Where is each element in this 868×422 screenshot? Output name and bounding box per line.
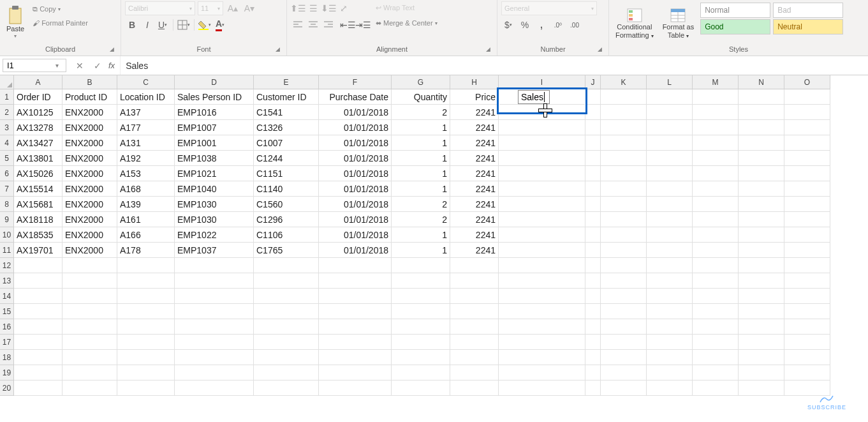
cell[interactable] <box>392 289 450 304</box>
cell[interactable] <box>647 304 693 319</box>
cell[interactable] <box>499 227 585 243</box>
row-header-16[interactable]: 16 <box>0 319 14 335</box>
cell[interactable] <box>647 181 693 197</box>
cell[interactable] <box>693 181 739 197</box>
cell[interactable] <box>63 365 117 381</box>
cell[interactable] <box>739 151 784 166</box>
cell[interactable]: 1 <box>392 166 450 181</box>
cell[interactable]: 2241 <box>450 151 499 166</box>
cell[interactable] <box>450 319 499 335</box>
row-header-19[interactable]: 19 <box>0 365 14 381</box>
cell[interactable] <box>254 365 319 381</box>
cell[interactable] <box>585 365 601 381</box>
cell[interactable] <box>254 350 319 365</box>
cell[interactable] <box>63 335 117 350</box>
bold-button[interactable]: B <box>125 18 139 32</box>
cell[interactable] <box>601 89 647 105</box>
cell[interactable] <box>601 381 647 396</box>
cell[interactable] <box>647 381 693 396</box>
cell[interactable]: ENX2000 <box>63 135 117 151</box>
cell[interactable] <box>175 319 254 335</box>
cell[interactable] <box>647 120 693 135</box>
cell[interactable] <box>647 197 693 212</box>
cell[interactable]: AX13427 <box>14 135 63 151</box>
cell[interactable]: A137 <box>117 105 175 120</box>
cell[interactable] <box>739 135 784 151</box>
cell[interactable] <box>739 197 784 212</box>
cell[interactable] <box>647 212 693 227</box>
format-painter-button[interactable]: 🖌 Format Painter <box>31 17 90 29</box>
col-header-F[interactable]: F <box>319 75 392 89</box>
cell[interactable] <box>693 381 739 396</box>
row-header-8[interactable]: 8 <box>0 197 14 212</box>
cell[interactable] <box>585 89 601 105</box>
cell[interactable] <box>784 197 830 212</box>
cell[interactable] <box>585 335 601 350</box>
cell[interactable] <box>693 335 739 350</box>
cell[interactable] <box>392 258 450 273</box>
row-header-15[interactable]: 15 <box>0 304 14 319</box>
cell[interactable] <box>784 335 830 350</box>
cell[interactable]: EMP1001 <box>175 135 254 151</box>
cell[interactable]: EMP1030 <box>175 212 254 227</box>
cell-style-neutral[interactable]: Neutral <box>773 19 843 34</box>
cell[interactable]: AX18535 <box>14 227 63 243</box>
cell[interactable] <box>784 89 830 105</box>
cell[interactable] <box>175 304 254 319</box>
cell[interactable]: AX15514 <box>14 181 63 197</box>
paste-button[interactable]: Paste ▾ <box>4 1 27 41</box>
cell[interactable] <box>784 365 830 381</box>
cell[interactable] <box>739 120 784 135</box>
cell[interactable]: 1 <box>392 181 450 197</box>
cell[interactable]: AX18118 <box>14 212 63 227</box>
cell[interactable]: 2241 <box>450 135 499 151</box>
align-center-button[interactable] <box>306 18 320 32</box>
cell[interactable] <box>601 273 647 289</box>
cell[interactable]: ENX2000 <box>63 212 117 227</box>
cell[interactable] <box>693 258 739 273</box>
col-header-L[interactable]: L <box>647 75 693 89</box>
cell[interactable]: 01/01/2018 <box>319 243 392 258</box>
cell[interactable] <box>647 258 693 273</box>
cell[interactable]: 2 <box>392 197 450 212</box>
cell[interactable] <box>647 365 693 381</box>
cell[interactable]: 2241 <box>450 243 499 258</box>
cell[interactable] <box>499 166 585 181</box>
cell[interactable] <box>319 350 392 365</box>
decrease-indent-button[interactable]: ⇤☰ <box>341 18 355 32</box>
cell[interactable] <box>117 350 175 365</box>
cell[interactable]: C1541 <box>254 105 319 120</box>
decrease-decimal-button[interactable]: .00 <box>568 18 582 32</box>
cell[interactable] <box>784 243 830 258</box>
font-dialog-launcher[interactable]: ◢ <box>274 45 281 53</box>
cell[interactable] <box>784 381 830 396</box>
cell[interactable]: 01/01/2018 <box>319 151 392 166</box>
cell[interactable]: 1 <box>392 151 450 166</box>
cell[interactable]: EMP1022 <box>175 227 254 243</box>
format-as-table-button[interactable]: Format as Table ▾ <box>660 1 697 41</box>
cell[interactable] <box>693 135 739 151</box>
cell[interactable] <box>585 273 601 289</box>
cell[interactable] <box>739 243 784 258</box>
cell[interactable] <box>693 227 739 243</box>
cell[interactable] <box>585 212 601 227</box>
cell[interactable] <box>499 105 585 120</box>
cell[interactable] <box>450 381 499 396</box>
cell[interactable]: 2241 <box>450 197 499 212</box>
cell[interactable] <box>601 212 647 227</box>
align-right-button[interactable] <box>321 18 335 32</box>
cell[interactable] <box>784 289 830 304</box>
cell[interactable] <box>392 273 450 289</box>
cell[interactable]: AX13801 <box>14 151 63 166</box>
fx-icon[interactable]: fx <box>108 61 115 70</box>
cell[interactable]: Location ID <box>117 89 175 105</box>
cell[interactable]: EMP1040 <box>175 181 254 197</box>
cell[interactable]: C1560 <box>254 197 319 212</box>
cell[interactable] <box>739 304 784 319</box>
cell[interactable]: A178 <box>117 243 175 258</box>
cell[interactable]: C1244 <box>254 151 319 166</box>
conditional-formatting-button[interactable]: Conditional Formatting ▾ <box>613 1 656 41</box>
cell[interactable] <box>499 350 585 365</box>
cell[interactable]: 01/01/2018 <box>319 197 392 212</box>
col-header-J[interactable]: J <box>585 75 601 89</box>
